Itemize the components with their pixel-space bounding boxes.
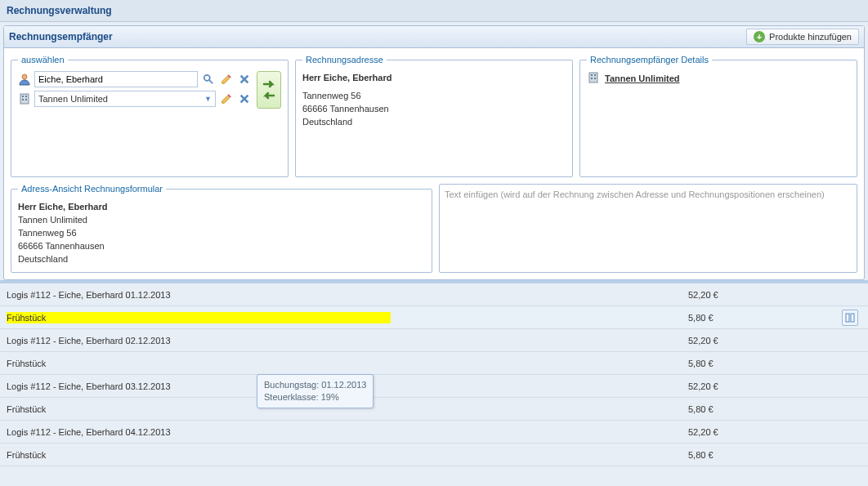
line-item-row[interactable]: Logis #112 - Eiche, Eberhard 04.12.20135… xyxy=(0,421,868,444)
svg-rect-9 xyxy=(25,99,27,100)
line-item-row[interactable]: Frühstück5,80 € xyxy=(0,444,868,466)
svg-rect-15 xyxy=(591,78,593,79)
svg-rect-13 xyxy=(591,74,593,76)
company-combo[interactable]: Tannen Unlimited ▼ xyxy=(34,91,216,107)
recipient-detail-link[interactable]: Tannen Unlimited xyxy=(605,74,679,83)
line-item-price: 5,80 € xyxy=(688,359,868,368)
billing-address-legend: Rechnungsadresse xyxy=(302,55,387,65)
svg-point-0 xyxy=(22,74,27,79)
edit-person-icon[interactable] xyxy=(219,72,234,87)
search-icon[interactable] xyxy=(201,72,216,87)
svg-rect-8 xyxy=(22,99,24,100)
add-products-button[interactable]: + Produkte hinzufügen xyxy=(746,29,859,45)
person-input[interactable] xyxy=(34,71,198,87)
recipient-details-legend: Rechnungsempfänger Details xyxy=(587,55,712,65)
form-street: Tannenweg 56 xyxy=(18,226,425,239)
svg-rect-17 xyxy=(846,314,849,322)
line-item-row[interactable]: Logis #112 - Eiche, Eberhard 03.12.20135… xyxy=(0,375,868,398)
line-item-price: 52,20 € xyxy=(688,381,868,391)
line-item-price: 5,80 € xyxy=(688,450,868,460)
form-company: Tannen Unlimited xyxy=(18,213,425,226)
billing-country: Deutschland xyxy=(302,115,566,128)
form-address-legend: Adress-Ansicht Rechnungsformular xyxy=(18,184,166,194)
chevron-down-icon: ▼ xyxy=(204,95,212,103)
add-products-label: Produkte hinzufügen xyxy=(769,32,852,42)
line-item-row[interactable]: Frühstück5,80 € xyxy=(0,306,868,329)
second-row: Adress-Ansicht Rechnungsformular Herr Ei… xyxy=(4,184,864,279)
edit-company-icon[interactable] xyxy=(219,91,234,106)
plus-icon: + xyxy=(754,31,765,42)
delete-company-icon[interactable] xyxy=(237,91,252,106)
memo-textarea[interactable]: Text einfügen (wird auf der Rechnung zwi… xyxy=(439,184,857,273)
building-icon xyxy=(18,92,31,105)
line-item-label: Frühstück xyxy=(0,450,688,460)
billing-street: Tannenweg 56 xyxy=(302,89,566,102)
line-item-label: Logis #112 - Eiche, Eberhard 01.12.2013 xyxy=(0,290,688,300)
line-item-label: Frühstück xyxy=(0,359,688,368)
line-item-label: Logis #112 - Eiche, Eberhard 02.12.2013 xyxy=(0,336,688,346)
line-item-label: Frühstück xyxy=(0,312,688,323)
swap-button[interactable] xyxy=(257,71,281,109)
person-icon xyxy=(18,73,31,86)
select-fieldset: auswählen xyxy=(11,55,289,177)
line-item-row[interactable]: Logis #112 - Eiche, Eberhard 01.12.20135… xyxy=(0,283,868,306)
line-items-grid: Logis #112 - Eiche, Eberhard 01.12.20135… xyxy=(0,280,868,466)
svg-line-2 xyxy=(209,80,213,83)
tooltip-line1: Buchungstag: 01.12.2013 xyxy=(264,379,366,391)
line-item-price: 52,20 € xyxy=(688,427,868,437)
panel-header-title: Rechnungsempfänger xyxy=(9,31,113,42)
line-item-price: 52,20 € xyxy=(688,336,868,346)
line-item-price: 5,80 € xyxy=(688,313,868,323)
page-title: Rechnungsverwaltung xyxy=(0,0,868,22)
line-item-price: 52,20 € xyxy=(688,290,868,300)
line-item-label: Logis #112 - Eiche, Eberhard 04.12.2013 xyxy=(0,427,688,437)
top-row: auswählen xyxy=(4,48,864,184)
form-address-fieldset: Adress-Ansicht Rechnungsformular Herr Ei… xyxy=(11,184,432,273)
panel-header: Rechnungsempfänger + Produkte hinzufügen xyxy=(4,26,864,48)
billing-city: 66666 Tannenhausen xyxy=(302,102,566,115)
form-country: Deutschland xyxy=(18,252,425,265)
line-item-row[interactable]: Frühstück5,80 € xyxy=(0,352,868,375)
svg-rect-12 xyxy=(589,73,597,82)
split-icon[interactable] xyxy=(842,310,858,326)
line-item-row[interactable]: Frühstück5,80 € xyxy=(0,398,868,421)
person-row xyxy=(18,71,252,87)
company-combo-value: Tannen Unlimited xyxy=(38,94,108,104)
svg-rect-6 xyxy=(22,96,24,97)
recipient-details-fieldset: Rechnungsempfänger Details Tannen Unlimi… xyxy=(579,55,857,177)
company-row: Tannen Unlimited ▼ xyxy=(18,91,252,107)
svg-rect-5 xyxy=(20,94,29,104)
line-item-row[interactable]: Logis #112 - Eiche, Eberhard 02.12.20135… xyxy=(0,329,868,352)
line-item-price: 5,80 € xyxy=(688,404,868,414)
select-legend: auswählen xyxy=(18,55,68,65)
form-city: 66666 Tannenhausen xyxy=(18,239,425,252)
tooltip-line2: Steuerklasse: 19% xyxy=(264,391,366,404)
svg-rect-7 xyxy=(25,96,27,97)
building-icon xyxy=(587,71,600,86)
tooltip: Buchungstag: 01.12.2013 Steuerklasse: 19… xyxy=(257,374,374,408)
billing-name: Herr Eiche, Eberhard xyxy=(302,71,566,84)
delete-person-icon[interactable] xyxy=(237,72,252,87)
svg-point-1 xyxy=(204,75,210,81)
svg-rect-18 xyxy=(851,314,854,322)
svg-rect-14 xyxy=(594,74,596,76)
form-name: Herr Eiche, Eberhard xyxy=(18,200,425,213)
recipient-panel: Rechnungsempfänger + Produkte hinzufügen… xyxy=(3,25,865,280)
billing-address-fieldset: Rechnungsadresse Herr Eiche, Eberhard Ta… xyxy=(295,55,573,177)
svg-rect-16 xyxy=(594,78,596,79)
